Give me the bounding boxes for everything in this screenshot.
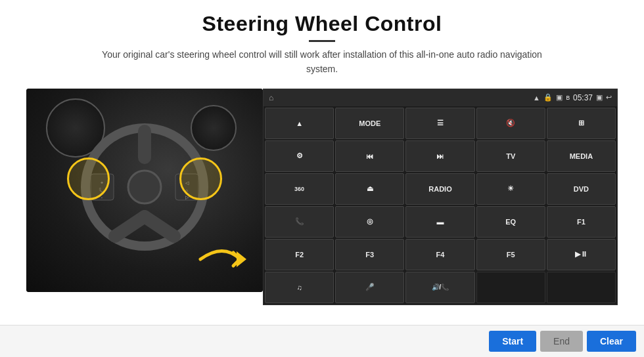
apps-icon: ⊞ <box>578 119 584 127</box>
eject-button[interactable]: ⏏ <box>335 173 404 205</box>
list-icon: ☰ <box>437 119 444 127</box>
brightness-button[interactable]: ☀ <box>476 173 545 205</box>
mic-icon: 🎤 <box>365 283 375 291</box>
button-grid: ▲ MODE ☰ 🔇 ⊞ ⚙ ⏮ ⏭ TV MEDIA 360 ⏏ RADIO … <box>264 106 617 304</box>
list-button[interactable]: ☰ <box>405 108 474 139</box>
f2-label: F2 <box>295 251 304 259</box>
status-left: ⌂ <box>269 93 273 102</box>
next-icon: ⏭ <box>436 152 444 160</box>
vol-phone-button[interactable]: 🔊/📞 <box>405 272 474 303</box>
mute-button[interactable]: 🔇 <box>476 108 545 139</box>
svg-marker-13 <box>237 251 246 267</box>
status-bar: ⌂ ▲ 🔒 ▣ ʙ 05:37 ▣ ↩ <box>264 89 617 106</box>
music-icon: ♫ <box>296 284 302 291</box>
empty-btn-2 <box>547 272 616 303</box>
f4-label: F4 <box>436 251 445 259</box>
eject-icon: ⏏ <box>367 184 373 193</box>
dvd-button[interactable]: DVD <box>547 173 616 205</box>
mic-button[interactable]: 🎤 <box>335 272 404 303</box>
apps-button[interactable]: ⊞ <box>547 108 616 139</box>
settings-icon: ⚙ <box>296 152 303 160</box>
f4-button[interactable]: F4 <box>405 239 474 270</box>
radio-label: RADIO <box>428 185 451 193</box>
radio-button[interactable]: RADIO <box>405 173 474 205</box>
steering-wheel-background: + 📞 - ◁ ○ ▷ <box>26 89 263 292</box>
content-area: + 📞 - ◁ ○ ▷ <box>26 89 618 305</box>
title-section: Steering Wheel Control Your original car… <box>99 12 545 77</box>
mute-icon: 🔇 <box>506 119 515 127</box>
clear-button[interactable]: Clear <box>587 331 636 352</box>
svg-point-4 <box>128 171 161 203</box>
mode-label: MODE <box>359 119 380 127</box>
navi-icon: ◎ <box>367 217 373 226</box>
media-button[interactable]: MEDIA <box>547 140 616 172</box>
highlight-left <box>67 158 110 200</box>
back-icon[interactable]: ↩ <box>606 93 612 102</box>
f1-label: F1 <box>577 218 586 226</box>
tv-label: TV <box>506 152 515 160</box>
prev-button[interactable]: ⏮ <box>335 140 404 172</box>
highlight-right <box>179 158 222 200</box>
wifi-icon: ▲ <box>533 94 540 102</box>
navi-button[interactable]: ◎ <box>335 206 404 238</box>
start-button[interactable]: Start <box>489 331 536 352</box>
tv-button[interactable]: TV <box>476 140 545 172</box>
lock-icon: 🔒 <box>543 93 553 102</box>
eq-label: EQ <box>505 218 516 226</box>
status-time: 05:37 <box>573 93 593 102</box>
bottom-action-bar: Start End Clear <box>0 325 644 357</box>
car-image: + 📞 - ◁ ○ ▷ <box>26 89 263 292</box>
end-button[interactable]: End <box>540 331 583 352</box>
yellow-arrow <box>197 240 250 279</box>
page-title: Steering Wheel Control <box>99 12 545 36</box>
settings-button[interactable]: ⚙ <box>265 140 334 172</box>
prev-icon: ⏮ <box>366 152 373 160</box>
title-divider <box>309 40 335 42</box>
vol-phone-icon: 🔊/📞 <box>432 284 449 291</box>
nav-button[interactable]: ▲ <box>265 108 334 139</box>
playpause-button[interactable]: ▶⏸ <box>547 239 616 270</box>
f3-button[interactable]: F3 <box>335 239 404 270</box>
empty-btn-1 <box>476 272 545 303</box>
f1-button[interactable]: F1 <box>547 206 616 238</box>
page-subtitle: Your original car's steering wheel contr… <box>99 47 545 77</box>
cam360-label: 360 <box>294 186 304 192</box>
cam360-button[interactable]: 360 <box>265 173 334 205</box>
nav-icon: ▲ <box>296 119 303 127</box>
brightness-icon: ☀ <box>507 184 514 193</box>
phone-icon: 📞 <box>295 217 304 226</box>
f3-label: F3 <box>365 251 374 259</box>
status-right: ▲ 🔒 ▣ ʙ 05:37 ▣ ↩ <box>533 93 612 102</box>
screen-icon: ▬ <box>436 218 444 226</box>
media-label: MEDIA <box>570 152 593 160</box>
main-container: Steering Wheel Control Your original car… <box>0 0 644 357</box>
eq-button[interactable]: EQ <box>476 206 545 238</box>
sim-icon: ▣ <box>556 93 563 102</box>
svg-line-3 <box>145 217 174 236</box>
screen-button[interactable]: ▬ <box>405 206 474 238</box>
f5-button[interactable]: F5 <box>476 239 545 270</box>
bluetooth-icon: ʙ <box>566 93 570 102</box>
android-head-unit: ⌂ ▲ 🔒 ▣ ʙ 05:37 ▣ ↩ ▲ M <box>263 89 618 305</box>
f5-label: F5 <box>507 251 515 259</box>
phone-button[interactable]: 📞 <box>265 206 334 238</box>
f2-button[interactable]: F2 <box>265 239 334 270</box>
playpause-icon: ▶⏸ <box>575 250 587 259</box>
mode-button[interactable]: MODE <box>335 108 404 139</box>
next-button[interactable]: ⏭ <box>405 140 474 172</box>
music-button[interactable]: ♫ <box>265 272 334 303</box>
dvd-label: DVD <box>574 185 589 193</box>
screen-record-icon: ▣ <box>596 93 603 102</box>
home-icon[interactable]: ⌂ <box>269 93 273 102</box>
